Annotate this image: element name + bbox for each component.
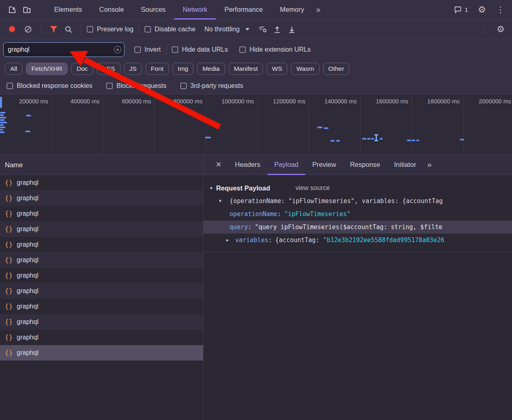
request-row[interactable]: {}graphql bbox=[0, 299, 203, 314]
filter-row: ✕ Invert Hide data URLs Hide extension U… bbox=[0, 39, 512, 60]
tab-performance[interactable]: Performance bbox=[216, 0, 271, 20]
payload-section-title: Request Payload bbox=[216, 184, 270, 192]
hide-data-urls-checkbox[interactable] bbox=[172, 46, 178, 53]
filter-chip-media[interactable]: Media bbox=[197, 63, 225, 75]
payload-view: ▼ Request Payload view source ▼ {operati… bbox=[203, 175, 512, 252]
network-overview-timeline[interactable]: 200000 ms400000 ms600000 ms800000 ms1000… bbox=[0, 94, 512, 155]
filter-chip-fetch-xhr[interactable]: Fetch/XHR bbox=[26, 63, 68, 75]
request-row[interactable]: {}graphql bbox=[0, 314, 203, 330]
network-toolbar: Preserve log Disable cache No throttling… bbox=[0, 20, 512, 39]
request-payload-section[interactable]: ▼ Request Payload view source bbox=[209, 182, 512, 195]
filter-chip-other[interactable]: Other bbox=[323, 63, 350, 75]
filter-icon[interactable] bbox=[46, 22, 61, 37]
tab-elements[interactable]: Elements bbox=[46, 0, 91, 20]
issues-icon[interactable]: 1 bbox=[451, 2, 470, 17]
disable-cache-checkbox[interactable] bbox=[144, 26, 151, 33]
network-activity-bar bbox=[317, 127, 322, 128]
more-detail-tabs-icon[interactable]: » bbox=[423, 160, 435, 169]
request-row[interactable]: {}graphql bbox=[0, 190, 203, 206]
tab-sources[interactable]: Sources bbox=[132, 0, 174, 20]
section-divider bbox=[203, 252, 512, 252]
filter-chip-ws[interactable]: WS bbox=[267, 63, 287, 75]
filter-chip-css[interactable]: CSS bbox=[97, 63, 120, 75]
fetch-xhr-icon: {} bbox=[5, 210, 13, 217]
tab-payload[interactable]: Payload bbox=[267, 155, 306, 175]
request-name: graphql bbox=[17, 303, 38, 310]
expander-icon[interactable]: ▼ bbox=[219, 195, 221, 208]
fetch-xhr-icon: {} bbox=[5, 349, 13, 357]
view-source-link[interactable]: view source bbox=[295, 184, 330, 192]
tab-preview[interactable]: Preview bbox=[305, 155, 343, 175]
requests-panel: Name {}graphql{}graphql{}graphql{}graphq… bbox=[0, 155, 203, 420]
hide-extension-urls-group: Hide extension URLs bbox=[239, 46, 311, 53]
payload-summary-row[interactable]: ▼ {operationName: "ipFlowTimeseries", va… bbox=[209, 195, 512, 208]
tab-memory[interactable]: Memory bbox=[271, 0, 313, 20]
request-row[interactable]: {}graphql bbox=[0, 252, 203, 268]
device-toolbar-icon[interactable] bbox=[20, 2, 34, 17]
filter-chip-font[interactable]: Font bbox=[146, 63, 169, 75]
expander-icon[interactable]: ▶ bbox=[226, 234, 229, 247]
request-row[interactable]: {}graphql bbox=[0, 175, 203, 190]
network-activity-bar bbox=[0, 124, 4, 126]
timeline-label: 400000 ms bbox=[55, 98, 100, 105]
hide-extension-urls-checkbox[interactable] bbox=[239, 46, 246, 53]
clear-network-log-icon[interactable] bbox=[21, 22, 35, 37]
tab-console[interactable]: Console bbox=[91, 0, 133, 20]
network-settings-icon[interactable]: ⚙ bbox=[493, 22, 508, 37]
request-row[interactable]: {}graphql bbox=[0, 206, 203, 221]
close-details-icon[interactable]: ✕ bbox=[209, 160, 228, 169]
payload-key: operationName bbox=[230, 210, 277, 218]
filter-chip-all[interactable]: All bbox=[5, 63, 22, 75]
export-har-icon[interactable] bbox=[284, 22, 299, 37]
inspect-element-icon[interactable] bbox=[5, 2, 20, 17]
record-button[interactable] bbox=[9, 26, 15, 32]
tab-initiator[interactable]: Initiator bbox=[387, 155, 423, 175]
blocked-response-cookies-checkbox[interactable] bbox=[7, 83, 13, 89]
blocked-requests-checkbox[interactable] bbox=[106, 83, 113, 89]
network-activity-bar bbox=[0, 119, 4, 121]
checkbox-label: 3rd-party requests bbox=[190, 82, 243, 90]
request-row[interactable]: {}graphql bbox=[0, 221, 203, 237]
payload-entry[interactable]: operationName:"ipFlowTimeseries" bbox=[209, 208, 512, 221]
payload-entry[interactable]: query:"query ipFlowTimeseries($accountTa… bbox=[203, 221, 512, 234]
filter-chip-doc[interactable]: Doc bbox=[71, 63, 93, 75]
tab-headers[interactable]: Headers bbox=[228, 155, 267, 175]
clear-filter-icon[interactable]: ✕ bbox=[114, 46, 121, 53]
request-row[interactable]: {}graphql bbox=[0, 283, 203, 299]
network-activity-bar bbox=[412, 140, 415, 141]
filter-chip-wasm[interactable]: Wasm bbox=[291, 63, 319, 75]
request-row[interactable]: {}graphql bbox=[0, 268, 203, 283]
request-row[interactable]: {}graphql bbox=[0, 330, 203, 345]
issues-count: 1 bbox=[464, 6, 468, 13]
settings-icon[interactable]: ⚙ bbox=[475, 2, 489, 17]
invert-checkbox[interactable] bbox=[134, 46, 141, 53]
network-activity-bar bbox=[416, 140, 419, 141]
tab-response[interactable]: Response bbox=[343, 155, 387, 175]
main-tabs: ElementsConsoleSourcesNetworkPerformance… bbox=[46, 0, 313, 20]
request-row[interactable]: {}graphql bbox=[0, 345, 203, 361]
filter-chip-js[interactable]: JS bbox=[124, 63, 142, 75]
divider bbox=[41, 24, 41, 35]
network-activity-bar bbox=[0, 122, 7, 123]
network-activity-bar bbox=[460, 139, 464, 140]
filter-chip-manifest[interactable]: Manifest bbox=[229, 63, 263, 75]
name-column-header[interactable]: Name bbox=[0, 155, 203, 175]
filter-chip-img[interactable]: Img bbox=[173, 63, 194, 75]
filter-input[interactable] bbox=[3, 42, 125, 57]
3rd-party-requests-checkbox[interactable] bbox=[180, 83, 187, 89]
network-conditions-icon[interactable] bbox=[255, 22, 270, 37]
disclosure-triangle-icon[interactable]: ▼ bbox=[209, 186, 213, 190]
import-har-icon[interactable] bbox=[270, 22, 284, 37]
menu-kebab-icon[interactable]: ⋮ bbox=[493, 2, 508, 17]
payload-value: "ipFlowTimeseries" bbox=[284, 210, 350, 218]
tab-network[interactable]: Network bbox=[174, 0, 216, 20]
payload-entry[interactable]: ▶variables:{accountTag: "b12e3b2192ee558… bbox=[209, 234, 512, 247]
throttling-select[interactable]: No throttling bbox=[204, 26, 249, 33]
search-icon[interactable] bbox=[61, 22, 76, 37]
timeline-label: 800000 ms bbox=[158, 98, 203, 105]
preserve-log-checkbox[interactable] bbox=[87, 26, 93, 33]
fetch-xhr-icon: {} bbox=[5, 334, 13, 341]
request-row[interactable]: {}graphql bbox=[0, 237, 203, 252]
request-list: {}graphql{}graphql{}graphql{}graphql{}gr… bbox=[0, 175, 203, 361]
more-tabs-icon[interactable]: » bbox=[313, 5, 324, 14]
